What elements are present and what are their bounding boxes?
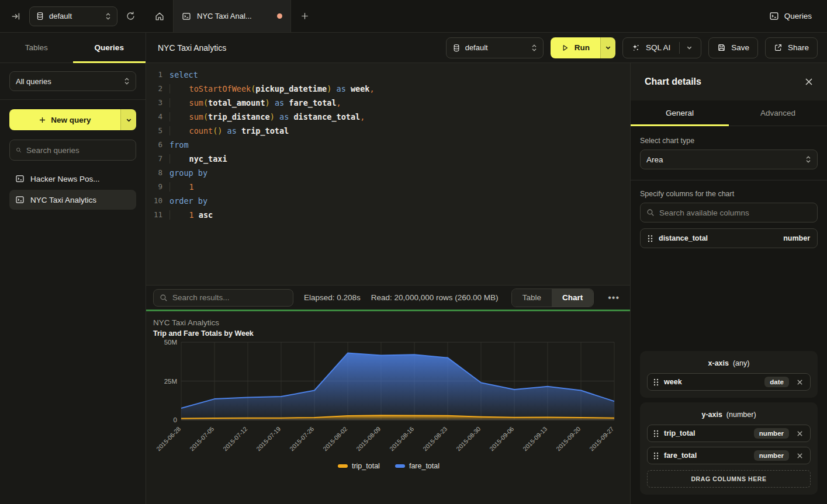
axis-column-item[interactable]: fare_totalnumber xyxy=(647,447,811,464)
results-more-button[interactable]: ••• xyxy=(604,293,623,303)
sidebar-tab-queries[interactable]: Queries xyxy=(73,33,146,62)
tab-general[interactable]: General xyxy=(631,100,729,126)
new-query-button[interactable]: New query xyxy=(9,109,120,130)
code-line[interactable]: 6from xyxy=(146,138,630,152)
svg-text:2015-07-19: 2015-07-19 xyxy=(255,425,282,453)
results-toolbar: Elapsed: 0.208s Read: 20,000,000 rows (2… xyxy=(146,285,630,310)
chevron-down-icon xyxy=(605,44,611,51)
query-search-input[interactable] xyxy=(26,146,130,155)
run-dropdown-button[interactable] xyxy=(600,37,615,58)
legend-item[interactable]: fare_total xyxy=(395,462,440,470)
new-query-label: New query xyxy=(51,116,91,124)
share-icon xyxy=(774,43,783,52)
area-chart-svg: 025M50M2015-06-282015-07-052015-07-12201… xyxy=(153,339,618,460)
sparkle-icon xyxy=(631,43,641,53)
code-line[interactable]: 7 nyc_taxi xyxy=(146,152,630,166)
terminal-icon xyxy=(769,11,779,21)
columns-search-input[interactable] xyxy=(659,208,811,217)
plus-icon xyxy=(39,116,46,124)
close-panel-button[interactable] xyxy=(805,78,813,86)
axis-column-item[interactable]: trip_totalnumber xyxy=(647,425,811,442)
home-tab-button[interactable] xyxy=(146,0,173,32)
save-button[interactable]: Save xyxy=(708,37,758,58)
terminal-icon xyxy=(15,195,25,204)
results-chart[interactable]: 025M50M2015-06-282015-07-052015-07-12201… xyxy=(153,339,624,462)
query-filter-select[interactable]: All queries xyxy=(9,71,136,91)
drag-columns-dropzone[interactable]: DRAG COLUMNS HERE xyxy=(647,470,811,488)
code-line[interactable]: 3 sum(total_amount) as fare_total, xyxy=(146,96,630,110)
new-tab-button[interactable] xyxy=(291,0,318,32)
sql-editor[interactable]: 1select2 toStartOfWeek(pickup_datetime) … xyxy=(146,63,630,285)
refresh-button[interactable] xyxy=(123,9,138,23)
code-line[interactable]: 2 toStartOfWeek(pickup_datetime) as week… xyxy=(146,82,630,96)
x-axis-items: weekdate xyxy=(647,373,811,391)
drag-handle-icon[interactable] xyxy=(653,430,659,437)
drag-handle-icon[interactable] xyxy=(653,378,659,386)
code-text: from xyxy=(169,138,189,152)
chart-details-title: Chart details xyxy=(645,77,805,87)
code-line[interactable]: 4 sum(trip_distance) as distance_total, xyxy=(146,110,630,124)
close-icon xyxy=(797,379,803,385)
search-icon xyxy=(16,146,22,154)
share-label: Share xyxy=(788,43,809,52)
query-list-item[interactable]: NYC Taxi Analytics xyxy=(9,190,136,210)
drag-handle-icon[interactable] xyxy=(648,235,653,242)
remove-column-button[interactable] xyxy=(794,429,805,438)
view-toggle-chart[interactable]: Chart xyxy=(552,289,593,307)
column-name: week xyxy=(664,378,759,386)
sidebar-tab-tables[interactable]: Tables xyxy=(0,33,73,62)
code-text: toStartOfWeek(pickup_datetime) as week, xyxy=(169,82,375,96)
code-line[interactable]: 9 1 xyxy=(146,180,630,194)
chart-type-value: Area xyxy=(646,155,663,164)
column-name: fare_total xyxy=(664,451,749,460)
line-number: 6 xyxy=(146,138,169,152)
available-column-item[interactable]: distance_totalnumber xyxy=(640,228,818,248)
code-line[interactable]: 5 count() as trip_total xyxy=(146,124,630,138)
x-axis-card: x-axis (any) weekdate xyxy=(640,351,818,398)
queries-menu-button[interactable]: Queries xyxy=(769,11,812,21)
share-button[interactable]: Share xyxy=(765,37,818,58)
code-line[interactable]: 11 1 asc xyxy=(146,208,630,222)
details-spacer xyxy=(640,248,818,351)
svg-text:2015-08-16: 2015-08-16 xyxy=(388,425,416,453)
app-window: default NYC Taxi Anal... xyxy=(0,0,827,504)
topbar-database-select[interactable]: default xyxy=(29,6,117,26)
code-text: 1 xyxy=(169,180,194,194)
code-line[interactable]: 1select xyxy=(146,68,630,82)
new-query-dropdown-button[interactable] xyxy=(120,109,136,130)
query-tab-label: NYC Taxi Anal... xyxy=(197,12,271,20)
code-line[interactable]: 8group by xyxy=(146,166,630,180)
remove-column-button[interactable] xyxy=(794,378,805,387)
svg-text:2015-09-06: 2015-09-06 xyxy=(488,425,515,453)
drag-handle-icon[interactable] xyxy=(653,452,659,460)
run-split-button: Run xyxy=(551,37,615,58)
sql-ai-button[interactable]: SQL AI xyxy=(622,37,701,58)
query-tab[interactable]: NYC Taxi Anal... xyxy=(173,0,291,32)
column-type: number xyxy=(783,234,810,242)
code-line[interactable]: 10order by xyxy=(146,194,630,208)
query-list: Hacker News Pos...NYC Taxi Analytics xyxy=(9,169,136,210)
toolbar-database-select[interactable]: default xyxy=(446,37,544,58)
sidebar: Tables Queries All queries New query xyxy=(0,33,146,504)
code-text: sum(total_amount) as fare_total, xyxy=(169,96,341,110)
chart-type-select[interactable]: Area xyxy=(640,150,818,169)
view-toggle-table[interactable]: Table xyxy=(512,289,552,307)
sql-ai-label: SQL AI xyxy=(646,43,670,52)
tab-advanced[interactable]: Advanced xyxy=(729,100,827,126)
svg-text:2015-09-27: 2015-09-27 xyxy=(588,425,615,453)
legend-item[interactable]: trip_total xyxy=(338,462,380,470)
collapse-sidebar-button[interactable] xyxy=(8,9,23,24)
elapsed-stat: Elapsed: 0.208s xyxy=(304,293,361,302)
axis-column-item[interactable]: weekdate xyxy=(647,373,811,391)
remove-column-button[interactable] xyxy=(794,451,805,460)
plus-icon xyxy=(300,12,309,20)
view-toggle: Table Chart xyxy=(511,289,594,307)
line-number: 8 xyxy=(146,166,169,180)
close-icon xyxy=(805,78,813,86)
svg-text:0: 0 xyxy=(174,416,177,423)
queries-menu-label: Queries xyxy=(784,12,812,20)
run-button[interactable]: Run xyxy=(551,37,600,58)
results-search-input[interactable] xyxy=(172,293,287,302)
y-axis-items: trip_totalnumberfare_totalnumber xyxy=(647,425,811,464)
query-list-item[interactable]: Hacker News Pos... xyxy=(9,169,136,189)
